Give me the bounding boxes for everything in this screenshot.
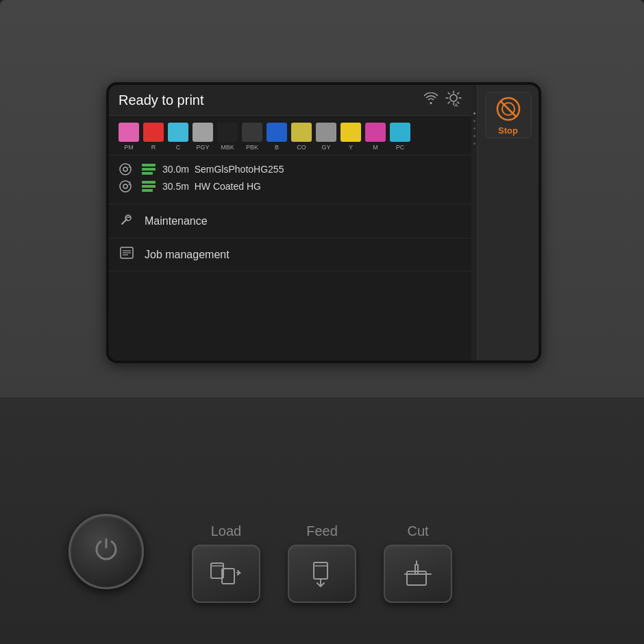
roll-text-1: 30.0m SemGlsPhotoHG255	[162, 164, 284, 175]
ink-label-pbk: PBK	[246, 144, 258, 151]
ink-row: PMRCPGYMBKPBKBCOGYYMPC	[109, 116, 471, 156]
feed-button[interactable]	[288, 545, 356, 603]
ink-item-co: CO	[291, 123, 312, 151]
svg-line-7	[448, 102, 449, 103]
ink-label-r: R	[151, 144, 156, 151]
ink-label-co: CO	[297, 144, 306, 151]
roll-icon-2: 2	[119, 179, 135, 193]
roll-icon-1: 1	[119, 162, 135, 176]
wifi-icon	[423, 92, 438, 108]
roll-bar-top	[142, 164, 156, 166]
screen-container: Ready to print	[106, 82, 541, 363]
scroll-dot-5	[473, 143, 475, 145]
svg-rect-28	[314, 562, 327, 579]
cut-icon	[403, 559, 433, 589]
ink-swatch-pgy	[193, 123, 213, 142]
roll-bar-mid	[142, 168, 156, 171]
lcd-display: Ready to print	[109, 85, 471, 360]
svg-text:1: 1	[128, 164, 131, 169]
roll-item-2: 2 30.5m HW Coated HG	[119, 179, 462, 193]
roll-bars-2	[142, 181, 156, 192]
scroll-dot-1	[473, 112, 475, 114]
job-management-icon	[119, 247, 135, 262]
printer-body: Ready to print	[0, 0, 644, 644]
scroll-dot-3	[473, 127, 475, 129]
function-buttons: Load Feed	[192, 523, 617, 603]
maintenance-icon	[119, 212, 135, 230]
load-button[interactable]	[192, 545, 260, 603]
stop-button-area: Stop	[477, 85, 538, 360]
ink-item-gy: GY	[316, 123, 336, 151]
ink-swatch-gy	[316, 123, 336, 142]
ink-item-pc: PC	[390, 123, 410, 151]
screen-inner: Ready to print	[109, 85, 538, 360]
ink-swatch-mbk	[217, 123, 238, 142]
rolls-section: 1 30.0m SemGlsPhotoHG255 2	[109, 156, 471, 204]
ink-label-pc: PC	[396, 144, 405, 151]
menu-items: Maintenance Job management	[109, 204, 471, 271]
ink-label-y: Y	[349, 144, 353, 151]
svg-point-14	[123, 184, 127, 188]
ink-item-pm: PM	[119, 123, 139, 151]
roll-text-2: 30.5m HW Coated HG	[162, 181, 261, 192]
feed-button-group: Feed	[288, 523, 356, 603]
scroll-dot-2	[473, 120, 475, 122]
ink-swatch-m	[365, 123, 386, 142]
ink-item-pgy: PGY	[193, 123, 213, 151]
menu-item-job-management[interactable]: Job management	[109, 238, 471, 271]
stop-label: Stop	[498, 125, 518, 136]
load-icon	[208, 559, 244, 589]
lcd-topbar: Ready to print	[109, 85, 471, 116]
scroll-dot-4	[473, 135, 475, 137]
ink-label-m: M	[373, 144, 378, 151]
ink-label-pm: PM	[124, 144, 134, 151]
ink-item-c: C	[168, 123, 188, 151]
ink-label-gy: GY	[321, 144, 330, 151]
power-button[interactable]	[69, 514, 144, 589]
ink-swatch-pc	[390, 123, 410, 142]
ink-label-b: B	[275, 144, 279, 151]
ink-label-mbk: MBK	[221, 144, 234, 151]
cut-label: Cut	[407, 523, 428, 539]
svg-rect-33	[415, 565, 418, 574]
ink-item-r: R	[143, 123, 164, 151]
cut-button-group: Cut	[384, 523, 452, 603]
menu-item-maintenance[interactable]: Maintenance	[109, 204, 471, 238]
ink-swatch-b	[267, 123, 287, 142]
power-icon	[91, 534, 121, 570]
roll-bar-bot	[142, 172, 153, 175]
roll-bar-mid	[142, 185, 156, 188]
feed-label: Feed	[306, 523, 338, 539]
feed-icon	[307, 559, 337, 589]
scroll-dots	[471, 85, 477, 360]
ink-swatch-pm	[119, 123, 139, 142]
load-label: Load	[211, 523, 242, 539]
ink-item-y: Y	[340, 123, 361, 151]
ink-item-pbk: PBK	[242, 123, 262, 151]
lcd-icons: A	[423, 90, 462, 110]
load-button-group: Load	[192, 523, 260, 603]
roll-item-1: 1 30.0m SemGlsPhotoHG255	[119, 162, 462, 176]
ink-swatch-co	[291, 123, 312, 142]
ink-item-b: B	[267, 123, 287, 151]
cut-button[interactable]	[384, 545, 452, 603]
svg-text:2: 2	[128, 181, 131, 186]
ink-swatch-r	[143, 123, 164, 142]
ink-swatch-c	[168, 123, 188, 142]
ink-swatch-pbk	[242, 123, 262, 142]
stop-button[interactable]: Stop	[485, 92, 532, 138]
svg-text:A: A	[454, 102, 458, 107]
brightness-icon: A	[445, 90, 462, 110]
ink-item-mbk: MBK	[217, 123, 238, 151]
svg-line-24	[501, 101, 516, 116]
svg-point-11	[123, 167, 127, 171]
roll-bar-bot	[142, 189, 153, 192]
ink-label-pgy: PGY	[196, 144, 209, 151]
job-management-label: Job management	[145, 249, 230, 261]
maintenance-label: Maintenance	[145, 215, 208, 227]
ink-item-m: M	[365, 123, 386, 151]
svg-line-8	[458, 92, 459, 94]
roll-bar-top	[142, 181, 156, 184]
stop-icon	[495, 95, 522, 123]
status-text: Ready to print	[119, 92, 204, 108]
